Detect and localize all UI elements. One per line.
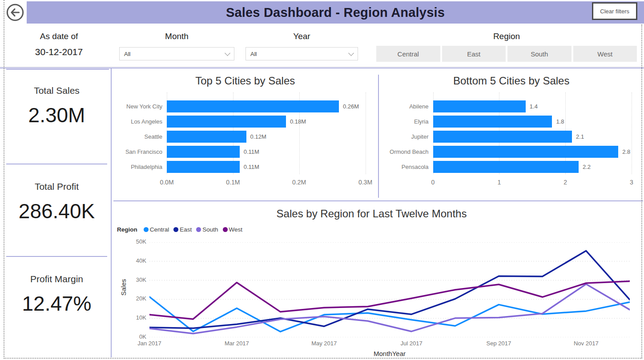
bar[interactable]	[167, 131, 246, 143]
year-dropdown[interactable]: All	[246, 47, 358, 60]
kpi-panel: Total Sales 2.30M Total Profit 286.40K P…	[0, 68, 112, 357]
category-label: New York City	[117, 103, 167, 110]
top-charts-row: Top 5 Cities by Sales New York City0.26M…	[113, 68, 644, 200]
clear-filters-button[interactable]: Clear filters	[592, 2, 637, 20]
x-axis: 0.0M0.1M0.2M0.3M	[167, 179, 366, 189]
legend-title: Region	[117, 226, 137, 233]
bar[interactable]	[433, 131, 572, 143]
kpi-value: 2.30M	[6, 103, 107, 127]
x-axis-title: MonthYear	[149, 350, 630, 357]
bar-track: 2.8	[433, 146, 632, 158]
x-tick-label: Sep 2017	[487, 340, 511, 347]
kpi-label: Total Sales	[6, 85, 107, 96]
region-button-central[interactable]: Central	[376, 46, 440, 62]
gridline	[366, 92, 366, 174]
bar-row: San Francisco0.11M	[117, 144, 366, 159]
category-label: Los Angeles	[117, 118, 167, 125]
bar-value-label: 1.4	[530, 100, 538, 112]
filter-row: As date of 30-12-2017 Month All Year All…	[0, 25, 644, 67]
legend-swatch	[144, 227, 149, 232]
bar[interactable]	[167, 116, 286, 128]
region-button-south[interactable]: South	[507, 46, 572, 62]
month-dropdown-value: All	[124, 51, 225, 57]
legend-label: West	[229, 226, 243, 233]
as-date-of-label: As date of	[18, 32, 100, 41]
y-tick-label: 40K	[126, 257, 146, 264]
x-tick-label: 0	[431, 179, 435, 186]
legend-label: Central	[150, 226, 169, 233]
category-label: San Francisco	[117, 148, 167, 155]
bar-row: New York City0.26M	[117, 99, 366, 114]
x-tick-label: Mar 2017	[225, 340, 249, 347]
year-dropdown-value: All	[250, 51, 349, 57]
legend-swatch	[173, 227, 178, 232]
x-tick-label: 2	[564, 179, 567, 186]
charts-area: Top 5 Cities by Sales New York City0.26M…	[113, 68, 644, 360]
bar-row: Seattle0.12M	[117, 129, 366, 144]
bar-value-label: 0.26M	[343, 100, 359, 112]
x-tick-label: Jul 2017	[401, 340, 423, 347]
region-button-group: CentralEastSouthWest	[376, 46, 637, 62]
region-button-east[interactable]: East	[442, 46, 506, 62]
top-bar: Sales Dashboard - Region Analysis Clear …	[0, 0, 644, 25]
as-date-value: 30-12-2017	[18, 47, 100, 57]
legend-item-central[interactable]: Central	[144, 226, 169, 233]
bar-value-label: 0.11M	[244, 161, 259, 173]
category-label: Elyria	[383, 118, 433, 125]
category-label: Jupiter	[383, 133, 433, 140]
legend-label: South	[202, 226, 218, 233]
year-filter-label: Year	[246, 32, 358, 41]
report-body: Total Sales 2.30M Total Profit 286.40K P…	[0, 68, 644, 360]
region-filter-label: Region	[376, 32, 637, 41]
x-tick-label: Jan 2017	[137, 340, 161, 347]
gridline	[632, 92, 632, 174]
bar[interactable]	[433, 146, 619, 158]
month-dropdown[interactable]: All	[119, 47, 234, 60]
bar-track: 1.8	[433, 116, 632, 128]
legend-swatch	[223, 227, 228, 232]
x-tick-label: 1	[497, 179, 501, 186]
legend-label: East	[180, 226, 192, 233]
bar-value-label: 0.11M	[244, 146, 259, 158]
bar[interactable]	[167, 100, 339, 112]
bar-row: Ormond Beach2.8	[383, 144, 632, 159]
legend-item-south[interactable]: South	[196, 226, 218, 233]
bar[interactable]	[167, 161, 240, 173]
bar[interactable]	[167, 146, 240, 158]
bar-plot: Abilene1.4Elyria1.8Jupiter2.1Ormond Beac…	[383, 99, 632, 174]
back-button[interactable]	[6, 3, 24, 22]
bar[interactable]	[433, 116, 552, 128]
y-tick-label: 0K	[126, 333, 146, 340]
line-plot	[149, 242, 630, 337]
bar-value-label: 1.8	[556, 116, 564, 128]
bar-value-label: 2.8	[622, 146, 630, 158]
month-filter-label: Month	[119, 32, 234, 41]
bar-value-label: 2.2	[583, 161, 591, 173]
bar-row: Philadelphia0.11M	[117, 159, 366, 174]
bar-row: Los Angeles0.18M	[117, 114, 366, 129]
kpi-total-sales: Total Sales 2.30M	[6, 68, 107, 164]
chart-title: Bottom 5 Cities by Sales	[379, 75, 644, 87]
legend-item-east[interactable]: East	[173, 226, 192, 233]
x-tick-label: 0.0M	[160, 179, 173, 186]
title-banner: Sales Dashboard - Region Analysis	[27, 1, 644, 24]
x-tick-label: Nov 2017	[574, 340, 599, 347]
bar-track: 0.18M	[167, 116, 366, 128]
bar[interactable]	[433, 100, 526, 112]
x-tick-label: 0.1M	[226, 179, 240, 186]
sales-dashboard-page: Sales Dashboard - Region Analysis Clear …	[0, 0, 644, 360]
kpi-label: Profit Margin	[6, 274, 107, 284]
y-tick-label: 50K	[126, 238, 146, 245]
top5-cities-chart: Top 5 Cities by Sales New York City0.26M…	[113, 68, 378, 200]
region-button-west[interactable]: West	[573, 46, 637, 62]
category-label: Seattle	[117, 133, 167, 140]
kpi-profit-margin: Profit Margin 12.47%	[6, 256, 107, 316]
legend-item-west[interactable]: West	[223, 226, 243, 233]
bar[interactable]	[433, 161, 579, 173]
x-axis: 0123	[433, 179, 632, 189]
bar-value-label: 2.1	[576, 131, 584, 143]
kpi-total-profit: Total Profit 286.40K	[6, 164, 107, 256]
x-tick-label: May 2017	[311, 340, 337, 347]
chevron-down-icon	[225, 50, 230, 56]
category-label: Ormond Beach	[383, 148, 433, 155]
